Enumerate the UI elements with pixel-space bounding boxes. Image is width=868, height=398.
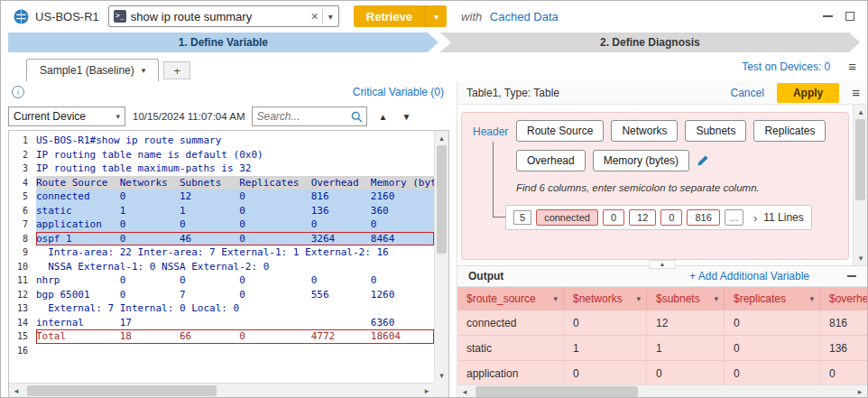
command-combobox[interactable]: >_ × ▾ [108, 5, 339, 27]
scroll-right-icon[interactable]: ▸ [420, 384, 434, 398]
search-input[interactable] [256, 110, 351, 123]
sample-value-chip[interactable]: 0 [603, 209, 624, 226]
line-text[interactable]: Intra-area: 22 Inter-area: 7 External-1:… [36, 245, 434, 260]
scrollbar-thumb[interactable] [476, 386, 638, 397]
output-col-networks[interactable]: $networks▾ [564, 287, 647, 310]
line-text[interactable]: ospf 1 0 46 0 3264 8464 [36, 232, 434, 246]
cached-data-link[interactable]: Cached Data [490, 10, 559, 23]
more-values-chip[interactable]: ... [725, 209, 743, 226]
line-number: 13 [9, 303, 36, 313]
device-name: US-BOS-R1 [35, 10, 99, 23]
apply-button[interactable]: Apply [777, 83, 839, 103]
scroll-down-icon[interactable]: ▾ [435, 368, 448, 383]
header-chip[interactable]: Replicates [753, 120, 826, 142]
sample-value-chip[interactable]: 0 [660, 209, 682, 226]
line-text[interactable]: IP routing table name is default (0x0) [36, 148, 434, 162]
line-number: 12 [9, 290, 36, 300]
line-text[interactable]: internal 17 6360 [36, 316, 434, 330]
retrieve-button[interactable]: Retrieve [354, 5, 425, 27]
header-label: Header [473, 125, 508, 138]
output-col-overhead[interactable]: $overhead [820, 287, 867, 310]
menu-icon[interactable]: ≡ [848, 60, 856, 73]
header-chip[interactable]: Memory (bytes) [593, 150, 689, 171]
header-chip[interactable]: Networks [611, 120, 678, 142]
chevron-down-icon[interactable]: ▾ [548, 294, 558, 303]
parser-definition-box: Header Route Source Networks Subnets Rep… [461, 112, 849, 260]
add-additional-variable-link[interactable]: + Add Additional Variable [689, 270, 809, 282]
table-row[interactable]: static 1 1 0 136 [457, 336, 867, 361]
scrollbar-thumb[interactable] [437, 145, 447, 254]
minimize-section-icon[interactable] [847, 275, 856, 277]
search-icon[interactable] [351, 111, 363, 123]
scroll-right-icon[interactable]: ▸ [853, 384, 867, 398]
header-chip[interactable]: Overhead [516, 150, 586, 171]
table-row[interactable]: connected 0 12 0 816 [457, 310, 867, 336]
line-number: 11 [9, 275, 36, 285]
chevron-down-icon[interactable]: ▾ [142, 66, 146, 75]
line-text[interactable]: Total 18 66 0 4772 18604 [36, 329, 434, 344]
header-chips-row-1: Route Source Networks Subnets Replicates [516, 120, 826, 142]
scrollbar-thumb[interactable] [855, 119, 865, 200]
scroll-left-icon[interactable]: ◂ [9, 384, 23, 398]
critical-variable-link[interactable]: Critical Variable (0) [353, 86, 444, 98]
table-cell: 1 [647, 336, 725, 360]
collapse-handle-icon[interactable]: ▲ [650, 260, 676, 269]
line-text[interactable]: application 0 0 0 0 0 [36, 218, 434, 232]
line-text[interactable]: Route Source Networks Subnets Replicates… [36, 176, 434, 190]
line-number: 4 [9, 178, 36, 188]
output-col-replicates[interactable]: $replicates▾ [725, 287, 820, 310]
minimize-icon[interactable] [823, 15, 833, 17]
scroll-down-icon[interactable]: ▾ [854, 251, 868, 265]
line-text[interactable]: US-BOS-R1#show ip route summary [36, 134, 434, 148]
step-define-variable[interactable]: 1. Define Variable [8, 32, 439, 52]
line-number: 14 [9, 318, 36, 328]
command-input[interactable] [131, 10, 308, 23]
menu-icon[interactable]: ≡ [852, 86, 860, 99]
line-text[interactable]: nhrp 0 0 0 0 0 [36, 273, 434, 288]
scroll-left-icon[interactable]: ◂ [457, 384, 472, 398]
search-box[interactable] [252, 106, 367, 126]
chevron-down-icon[interactable]: ▾ [804, 294, 814, 303]
line-text[interactable]: IP routing table maximum-paths is 32 [36, 162, 434, 176]
header-chip[interactable]: Route Source [516, 120, 604, 142]
step-define-diagnosis[interactable]: 2. Define Diagnosis [440, 32, 860, 52]
test-on-devices-link[interactable]: Test on Devices: 0 [742, 60, 830, 73]
lines-count-label[interactable]: 11 Lines [763, 211, 803, 224]
top-toolbar: US-BOS-R1 >_ × ▾ Retrieve ▾ with Cached … [1, 1, 867, 32]
sample-value-chip[interactable]: 12 [629, 209, 656, 226]
scroll-up-icon[interactable]: ▴ [854, 105, 868, 119]
vertical-scrollbar[interactable]: ▴ ▾ [853, 105, 867, 265]
line-text[interactable]: connected 0 12 0 816 2160 [36, 190, 434, 204]
restore-icon[interactable] [845, 12, 854, 21]
device-scope-select[interactable]: Current Device ▾ [8, 106, 125, 126]
chevron-down-icon[interactable]: ▾ [323, 12, 338, 22]
retrieve-dropdown-icon[interactable]: ▾ [425, 5, 447, 27]
info-icon[interactable]: i [12, 86, 24, 98]
line-text[interactable] [36, 344, 434, 358]
add-tab-button[interactable]: + [163, 61, 190, 79]
cancel-button[interactable]: Cancel [731, 87, 764, 99]
next-match-icon[interactable]: ▼ [398, 112, 414, 122]
expand-lines-icon[interactable]: › [753, 211, 757, 225]
prev-match-icon[interactable]: ▲ [374, 112, 391, 122]
scrollbar-thumb[interactable] [27, 385, 217, 396]
vertical-scrollbar[interactable]: ▴ ▾ [434, 131, 448, 383]
horizontal-scrollbar[interactable]: ◂ ▸ [9, 383, 434, 397]
chevron-down-icon[interactable]: ▾ [631, 294, 641, 303]
output-col-subnets[interactable]: $subnets▾ [647, 287, 725, 310]
line-text[interactable]: bgp 65001 0 7 0 556 1260 [36, 288, 434, 302]
scroll-up-icon[interactable]: ▴ [435, 131, 448, 145]
chevron-down-icon[interactable]: ▾ [708, 294, 718, 303]
tab-sample1-baseline[interactable]: Sample1 (Baseline) ▾ [26, 59, 159, 81]
edit-pencil-icon[interactable] [697, 150, 709, 171]
line-text[interactable]: External: 7 Internal: 0 Local: 0 [36, 301, 434, 316]
sample-value-chip[interactable]: 816 [687, 209, 719, 226]
table-row[interactable]: application 0 0 0 0 [457, 361, 867, 384]
sample-value-chip[interactable]: connected [536, 209, 598, 226]
clear-icon[interactable]: × [308, 9, 322, 23]
output-col-route-source[interactable]: $route_source▾ [457, 287, 564, 310]
header-chip[interactable]: Subnets [685, 120, 746, 142]
line-text[interactable]: static 1 1 0 136 360 [36, 204, 434, 218]
line-text[interactable]: NSSA External-1: 0 NSSA External-2: 0 [36, 260, 434, 274]
horizontal-scrollbar[interactable]: ◂ ▸ [457, 384, 867, 398]
